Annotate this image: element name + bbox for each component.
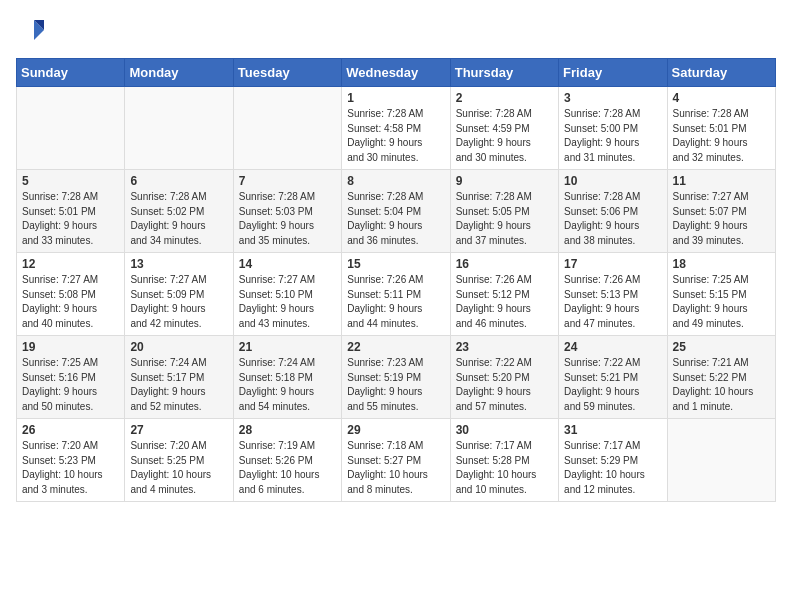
day-number: 21: [239, 340, 336, 354]
day-number: 20: [130, 340, 227, 354]
day-number: 29: [347, 423, 444, 437]
calendar-cell: 6Sunrise: 7:28 AM Sunset: 5:02 PM Daylig…: [125, 170, 233, 253]
day-info: Sunrise: 7:28 AM Sunset: 4:58 PM Dayligh…: [347, 107, 444, 165]
calendar-cell: [17, 87, 125, 170]
day-info: Sunrise: 7:24 AM Sunset: 5:17 PM Dayligh…: [130, 356, 227, 414]
day-of-week-header: Thursday: [450, 59, 558, 87]
page-header: [16, 16, 776, 46]
day-info: Sunrise: 7:18 AM Sunset: 5:27 PM Dayligh…: [347, 439, 444, 497]
day-number: 2: [456, 91, 553, 105]
calendar-cell: 2Sunrise: 7:28 AM Sunset: 4:59 PM Daylig…: [450, 87, 558, 170]
calendar-cell: 5Sunrise: 7:28 AM Sunset: 5:01 PM Daylig…: [17, 170, 125, 253]
day-number: 25: [673, 340, 770, 354]
calendar-cell: 13Sunrise: 7:27 AM Sunset: 5:09 PM Dayli…: [125, 253, 233, 336]
day-info: Sunrise: 7:28 AM Sunset: 5:01 PM Dayligh…: [22, 190, 119, 248]
day-info: Sunrise: 7:23 AM Sunset: 5:19 PM Dayligh…: [347, 356, 444, 414]
day-info: Sunrise: 7:25 AM Sunset: 5:15 PM Dayligh…: [673, 273, 770, 331]
day-info: Sunrise: 7:28 AM Sunset: 5:03 PM Dayligh…: [239, 190, 336, 248]
calendar-cell: 16Sunrise: 7:26 AM Sunset: 5:12 PM Dayli…: [450, 253, 558, 336]
calendar-week-row: 19Sunrise: 7:25 AM Sunset: 5:16 PM Dayli…: [17, 336, 776, 419]
day-info: Sunrise: 7:22 AM Sunset: 5:21 PM Dayligh…: [564, 356, 661, 414]
calendar-table: SundayMondayTuesdayWednesdayThursdayFrid…: [16, 58, 776, 502]
day-info: Sunrise: 7:26 AM Sunset: 5:12 PM Dayligh…: [456, 273, 553, 331]
day-number: 30: [456, 423, 553, 437]
calendar-cell: 4Sunrise: 7:28 AM Sunset: 5:01 PM Daylig…: [667, 87, 775, 170]
calendar-cell: 17Sunrise: 7:26 AM Sunset: 5:13 PM Dayli…: [559, 253, 667, 336]
day-info: Sunrise: 7:27 AM Sunset: 5:10 PM Dayligh…: [239, 273, 336, 331]
calendar-week-row: 26Sunrise: 7:20 AM Sunset: 5:23 PM Dayli…: [17, 419, 776, 502]
day-info: Sunrise: 7:19 AM Sunset: 5:26 PM Dayligh…: [239, 439, 336, 497]
day-number: 7: [239, 174, 336, 188]
calendar-cell: 19Sunrise: 7:25 AM Sunset: 5:16 PM Dayli…: [17, 336, 125, 419]
logo: [16, 16, 50, 46]
day-info: Sunrise: 7:27 AM Sunset: 5:07 PM Dayligh…: [673, 190, 770, 248]
day-number: 23: [456, 340, 553, 354]
calendar-cell: 25Sunrise: 7:21 AM Sunset: 5:22 PM Dayli…: [667, 336, 775, 419]
day-info: Sunrise: 7:27 AM Sunset: 5:09 PM Dayligh…: [130, 273, 227, 331]
calendar-cell: 30Sunrise: 7:17 AM Sunset: 5:28 PM Dayli…: [450, 419, 558, 502]
day-number: 8: [347, 174, 444, 188]
calendar-cell: 28Sunrise: 7:19 AM Sunset: 5:26 PM Dayli…: [233, 419, 341, 502]
day-number: 28: [239, 423, 336, 437]
calendar-week-row: 12Sunrise: 7:27 AM Sunset: 5:08 PM Dayli…: [17, 253, 776, 336]
calendar-cell: 23Sunrise: 7:22 AM Sunset: 5:20 PM Dayli…: [450, 336, 558, 419]
day-info: Sunrise: 7:20 AM Sunset: 5:25 PM Dayligh…: [130, 439, 227, 497]
calendar-cell: [125, 87, 233, 170]
calendar-cell: 26Sunrise: 7:20 AM Sunset: 5:23 PM Dayli…: [17, 419, 125, 502]
calendar-cell: 9Sunrise: 7:28 AM Sunset: 5:05 PM Daylig…: [450, 170, 558, 253]
day-info: Sunrise: 7:24 AM Sunset: 5:18 PM Dayligh…: [239, 356, 336, 414]
calendar-cell: 31Sunrise: 7:17 AM Sunset: 5:29 PM Dayli…: [559, 419, 667, 502]
logo-icon: [16, 16, 46, 46]
day-info: Sunrise: 7:27 AM Sunset: 5:08 PM Dayligh…: [22, 273, 119, 331]
day-info: Sunrise: 7:28 AM Sunset: 5:00 PM Dayligh…: [564, 107, 661, 165]
day-number: 6: [130, 174, 227, 188]
day-number: 1: [347, 91, 444, 105]
day-number: 22: [347, 340, 444, 354]
day-number: 17: [564, 257, 661, 271]
day-info: Sunrise: 7:28 AM Sunset: 5:06 PM Dayligh…: [564, 190, 661, 248]
day-of-week-header: Wednesday: [342, 59, 450, 87]
calendar-cell: 29Sunrise: 7:18 AM Sunset: 5:27 PM Dayli…: [342, 419, 450, 502]
day-number: 16: [456, 257, 553, 271]
day-info: Sunrise: 7:26 AM Sunset: 5:13 PM Dayligh…: [564, 273, 661, 331]
day-of-week-header: Friday: [559, 59, 667, 87]
calendar-cell: 18Sunrise: 7:25 AM Sunset: 5:15 PM Dayli…: [667, 253, 775, 336]
day-number: 13: [130, 257, 227, 271]
calendar-cell: 14Sunrise: 7:27 AM Sunset: 5:10 PM Dayli…: [233, 253, 341, 336]
day-info: Sunrise: 7:26 AM Sunset: 5:11 PM Dayligh…: [347, 273, 444, 331]
day-info: Sunrise: 7:28 AM Sunset: 5:04 PM Dayligh…: [347, 190, 444, 248]
day-number: 12: [22, 257, 119, 271]
calendar-cell: 8Sunrise: 7:28 AM Sunset: 5:04 PM Daylig…: [342, 170, 450, 253]
calendar-cell: [233, 87, 341, 170]
day-number: 9: [456, 174, 553, 188]
day-of-week-header: Sunday: [17, 59, 125, 87]
calendar-cell: 27Sunrise: 7:20 AM Sunset: 5:25 PM Dayli…: [125, 419, 233, 502]
day-info: Sunrise: 7:17 AM Sunset: 5:28 PM Dayligh…: [456, 439, 553, 497]
day-info: Sunrise: 7:22 AM Sunset: 5:20 PM Dayligh…: [456, 356, 553, 414]
day-number: 10: [564, 174, 661, 188]
calendar-week-row: 1Sunrise: 7:28 AM Sunset: 4:58 PM Daylig…: [17, 87, 776, 170]
calendar-cell: 1Sunrise: 7:28 AM Sunset: 4:58 PM Daylig…: [342, 87, 450, 170]
day-number: 5: [22, 174, 119, 188]
calendar-cell: 11Sunrise: 7:27 AM Sunset: 5:07 PM Dayli…: [667, 170, 775, 253]
calendar-cell: 7Sunrise: 7:28 AM Sunset: 5:03 PM Daylig…: [233, 170, 341, 253]
day-number: 3: [564, 91, 661, 105]
calendar-cell: 24Sunrise: 7:22 AM Sunset: 5:21 PM Dayli…: [559, 336, 667, 419]
day-number: 19: [22, 340, 119, 354]
day-info: Sunrise: 7:21 AM Sunset: 5:22 PM Dayligh…: [673, 356, 770, 414]
day-of-week-header: Tuesday: [233, 59, 341, 87]
calendar-week-row: 5Sunrise: 7:28 AM Sunset: 5:01 PM Daylig…: [17, 170, 776, 253]
day-number: 14: [239, 257, 336, 271]
calendar-cell: 12Sunrise: 7:27 AM Sunset: 5:08 PM Dayli…: [17, 253, 125, 336]
calendar-cell: 20Sunrise: 7:24 AM Sunset: 5:17 PM Dayli…: [125, 336, 233, 419]
day-info: Sunrise: 7:20 AM Sunset: 5:23 PM Dayligh…: [22, 439, 119, 497]
day-number: 26: [22, 423, 119, 437]
calendar-cell: 3Sunrise: 7:28 AM Sunset: 5:00 PM Daylig…: [559, 87, 667, 170]
day-number: 27: [130, 423, 227, 437]
day-info: Sunrise: 7:28 AM Sunset: 5:05 PM Dayligh…: [456, 190, 553, 248]
day-info: Sunrise: 7:28 AM Sunset: 5:01 PM Dayligh…: [673, 107, 770, 165]
day-info: Sunrise: 7:28 AM Sunset: 5:02 PM Dayligh…: [130, 190, 227, 248]
day-number: 15: [347, 257, 444, 271]
calendar-cell: 22Sunrise: 7:23 AM Sunset: 5:19 PM Dayli…: [342, 336, 450, 419]
calendar-cell: 10Sunrise: 7:28 AM Sunset: 5:06 PM Dayli…: [559, 170, 667, 253]
